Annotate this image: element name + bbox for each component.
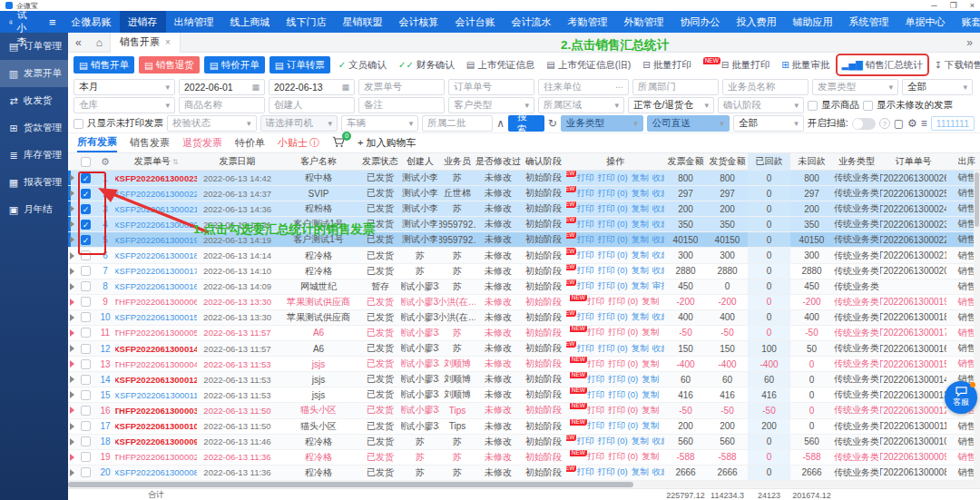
row-checkbox[interactable]: ✓ [81, 220, 91, 230]
filter-select-校验状态[interactable]: 校验状态▾ [167, 115, 257, 132]
expand-row-icon[interactable] [70, 314, 74, 321]
expand-row-icon[interactable] [70, 454, 74, 461]
receive-payment-link[interactable]: 收款 [652, 203, 664, 215]
销售退货-button[interactable]: ▤销售退货 [139, 56, 200, 74]
table-row[interactable]: 9THFP20220613000062022-06-13 13:30苹果测试供应… [68, 295, 980, 310]
save-layout-icon[interactable]: ▢ [894, 117, 904, 130]
invoice-number-link[interactable]: XSFP2022061300008 [115, 467, 197, 477]
row-checkbox[interactable] [81, 421, 91, 431]
print2-link[interactable]: 打印 (0) [608, 327, 638, 338]
row-checkbox[interactable]: ✓ [81, 204, 91, 214]
table-row[interactable]: 14XSFP20220613000122022-06-13 11:53jsjs已… [68, 372, 980, 387]
invoice-number-link[interactable]: XSFP2022061300011 [115, 390, 197, 400]
copy-link[interactable]: 复制 [632, 234, 649, 246]
receive-payment-link[interactable]: 收款 [652, 265, 664, 277]
print-link[interactable]: 打印 [587, 420, 604, 432]
receive-payment-link[interactable]: 收款 [652, 188, 664, 200]
print-link[interactable]: 打印 [576, 250, 593, 261]
table-row[interactable]: ✓2XSFP20220613000222022-06-13 14:37SVIP已… [68, 186, 980, 201]
nav-item-协同办公[interactable]: 协同办公 [672, 11, 729, 33]
filter-input-商品名称[interactable]: 商品名称 [179, 97, 265, 113]
expand-row-icon[interactable] [70, 299, 74, 306]
expand-row-icon[interactable] [70, 221, 74, 228]
copy-link[interactable]: 复制 [632, 280, 649, 292]
nav-item-线下门店[interactable]: 线下门店 [279, 11, 335, 33]
home-icon[interactable]: ⌂ [89, 36, 110, 49]
copy-link[interactable]: 复制 [642, 374, 659, 386]
expand-row-icon[interactable] [70, 360, 74, 368]
filter-select-本月[interactable]: 本月▾ [74, 79, 175, 95]
print-link[interactable]: 打印 [576, 265, 593, 277]
filter-checkbox-显示商品[interactable]: 显示商品 [808, 99, 859, 112]
row-checkbox[interactable]: ✓ [81, 235, 91, 245]
expand-row-icon[interactable] [70, 236, 74, 243]
table-row[interactable]: 18XSFP20220613000092022-06-13 11:46程冷格已发… [68, 435, 980, 450]
print2-link[interactable]: 打印 (0) [597, 265, 627, 277]
expand-row-icon[interactable] [70, 174, 74, 181]
copy-link[interactable]: 复制 [632, 250, 649, 261]
sidebar-item-月年结[interactable]: ▣月年结 [0, 196, 68, 223]
print2-link[interactable]: 打印 (0) [597, 219, 627, 230]
receive-payment-link[interactable]: 收款 [652, 436, 664, 447]
print2-link[interactable]: 打印 (0) [597, 466, 627, 478]
销售汇总统计-button[interactable]: ▂▅▇销售汇总统计 [838, 56, 926, 74]
invoice-number-link[interactable]: XSFP2022061300016 [115, 281, 197, 291]
checkbox-icon[interactable] [74, 119, 83, 129]
row-checkbox[interactable]: ✓ [81, 173, 91, 183]
row-checkbox[interactable] [81, 359, 91, 369]
copy-link[interactable]: 复制 [642, 327, 659, 338]
minimize-button[interactable]: ─ [931, 2, 936, 10]
filter-input-所属二批[interactable]: 所属二批 [422, 115, 493, 132]
select-all-checkbox[interactable] [81, 157, 91, 167]
table-row[interactable]: 20XSFP20220613000082022-06-13 11:36程冷格已发… [68, 466, 980, 481]
copy-link[interactable]: 复制 [632, 188, 649, 200]
copy-link[interactable]: 复制 [642, 389, 659, 401]
nav-item-星销联盟[interactable]: 星销联盟 [335, 11, 391, 33]
expand-row-icon[interactable] [70, 252, 74, 260]
receive-payment-link[interactable]: 收款 [652, 343, 664, 355]
expand-row-icon[interactable] [70, 205, 74, 212]
copy-link[interactable]: 复制 [632, 436, 649, 447]
table-row[interactable]: 16THFP20220613000032022-06-13 11:50猫头小区已… [68, 403, 980, 418]
filter-settings-icon[interactable]: ⚙ [907, 117, 917, 130]
print-link[interactable]: 打印 [587, 389, 604, 401]
财务确认-button[interactable]: ✓✓财务确认 [395, 56, 458, 74]
print2-link[interactable]: 打印 (0) [597, 172, 627, 184]
expand-row-icon[interactable] [70, 268, 74, 275]
filter-date-2022-06-01[interactable]: 2022-06-01▦ [179, 79, 265, 95]
copy-link[interactable]: 复制 [632, 265, 649, 277]
table-row[interactable]: 8XSFP20220613000162022-06-13 14:09网城世纪暂存… [68, 279, 980, 295]
print2-link[interactable]: 打印 (0) [608, 451, 638, 463]
print-link[interactable]: 打印 [587, 327, 604, 338]
nav-item-进销存[interactable]: 进销存 [120, 11, 166, 33]
print2-link[interactable]: 打印 (0) [608, 420, 638, 432]
print2-link[interactable]: 打印 (0) [608, 374, 638, 386]
print2-link[interactable]: 打印 (0) [597, 203, 627, 215]
sidebar-item-收发货[interactable]: ⇄收发货 [0, 87, 68, 114]
print2-link[interactable]: 打印 (0) [608, 405, 638, 417]
print-link[interactable]: 打印 [587, 451, 604, 463]
print-link[interactable]: 打印 [576, 172, 593, 184]
row-checkbox[interactable] [81, 250, 91, 260]
list-tab-销售发票[interactable]: 销售发票 [130, 133, 170, 152]
print2-link[interactable]: 打印 (0) [597, 311, 627, 323]
订单转票-button[interactable]: ▤订单转票 [270, 56, 330, 74]
approve-link[interactable]: 审批 [652, 280, 664, 292]
tab-overflow-icon[interactable]: » [959, 36, 980, 49]
print2-link[interactable]: 打印 (0) [597, 343, 627, 355]
print-link[interactable]: 打印 [576, 311, 593, 323]
print-link[interactable]: 打印 [587, 358, 604, 370]
invoice-number-link[interactable]: XSFP2022061300022 [115, 189, 197, 199]
invoice-number-link[interactable]: XSFP2022061300014 [115, 344, 197, 354]
销售开单-button[interactable]: ▤销售开单 [74, 56, 134, 74]
expand-row-icon[interactable] [70, 190, 74, 197]
下载销售发票明细-button[interactable]: ↧下载销售发票明细 [931, 56, 980, 74]
filter-checkbox-只显示未打印发票[interactable]: 只显示未打印发票 [74, 117, 163, 130]
invoice-number-link[interactable]: XSFP2022061300017 [115, 266, 197, 276]
上市凭证信息-button[interactable]: ▤上市凭证信息 [463, 56, 538, 74]
sidebar-item-货款管理[interactable]: ⊞货款管理 [0, 114, 68, 142]
expand-row-icon[interactable] [70, 391, 74, 398]
filter-select-业务类型[interactable]: 业务类型▾ [561, 115, 643, 132]
sidebar-item-库存管理[interactable]: ≣库存管理 [0, 142, 68, 169]
hamburger-icon[interactable]: ≡ [42, 15, 64, 29]
